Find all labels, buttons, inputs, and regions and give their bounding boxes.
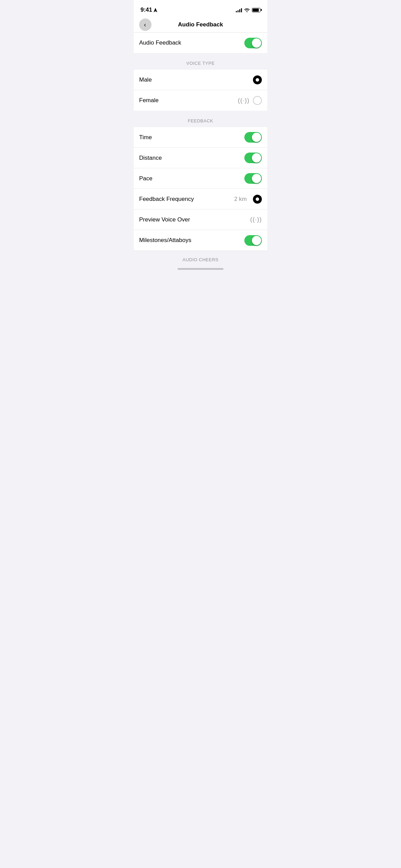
female-controls: ((·)) <box>238 96 262 105</box>
voice-type-section: Male Female ((·)) <box>134 70 267 111</box>
pace-row: Pace <box>134 168 267 189</box>
female-label: Female <box>139 97 159 104</box>
feedback-header-text: FEEDBACK <box>188 118 213 123</box>
distance-toggle[interactable] <box>244 153 262 163</box>
wifi-icon <box>244 8 250 12</box>
toggle-thumb <box>252 236 261 245</box>
signal-icon <box>236 8 242 12</box>
time-toggle[interactable] <box>244 132 262 143</box>
audio-feedback-section: Audio Feedback <box>134 33 267 53</box>
status-icons <box>236 8 260 12</box>
milestones-label: Milestones/Attaboys <box>139 237 191 244</box>
back-button[interactable]: ‹ <box>139 19 151 31</box>
battery-icon <box>252 8 260 12</box>
frequency-value: 2 km <box>234 196 247 203</box>
audio-cheers-section: AUDIO CHEERS <box>134 251 267 265</box>
distance-row: Distance <box>134 148 267 168</box>
toggle-thumb <box>252 38 261 48</box>
time-row: Time <box>134 127 267 148</box>
home-bar <box>178 268 223 270</box>
female-row[interactable]: Female ((·)) <box>134 90 267 111</box>
milestones-toggle[interactable] <box>244 235 262 246</box>
distance-label: Distance <box>139 155 162 161</box>
feedback-frequency-label: Feedback Frequency <box>139 196 194 203</box>
feedback-header: FEEDBACK <box>134 111 267 127</box>
nav-title: Audio Feedback <box>178 21 223 28</box>
male-label: Male <box>139 76 152 83</box>
pace-toggle[interactable] <box>244 173 262 184</box>
voice-type-header-text: VOICE TYPE <box>186 61 215 66</box>
back-chevron-icon: ‹ <box>144 22 146 28</box>
male-row[interactable]: Male <box>134 70 267 90</box>
female-sound-wave-icon[interactable]: ((·)) <box>238 97 250 104</box>
time-label: Time <box>139 134 152 141</box>
preview-voice-row[interactable]: Preview Voice Over ((·)) <box>134 209 267 230</box>
preview-sound-wave-icon[interactable]: ((·)) <box>250 216 262 223</box>
toggle-thumb <box>252 153 261 162</box>
voice-type-header: VOICE TYPE <box>134 53 267 70</box>
nav-bar: ‹ Audio Feedback <box>134 17 267 33</box>
male-radio[interactable] <box>253 75 262 84</box>
milestones-row: Milestones/Attaboys <box>134 230 267 251</box>
audio-feedback-label: Audio Feedback <box>139 39 181 46</box>
audio-feedback-toggle[interactable] <box>244 38 262 48</box>
preview-voice-label: Preview Voice Over <box>139 216 190 223</box>
status-bar: 9:41 <box>134 0 267 17</box>
feedback-section: Time Distance Pace <box>134 127 267 251</box>
location-arrow-icon <box>154 8 157 12</box>
audio-cheers-text: AUDIO CHEERS <box>183 257 219 262</box>
status-time: 9:41 <box>141 7 157 13</box>
toggle-thumb <box>252 174 261 183</box>
feedback-frequency-row[interactable]: Feedback Frequency 2 km <box>134 189 267 209</box>
content: Audio Feedback VOICE TYPE Male Female ((… <box>134 33 267 271</box>
female-radio[interactable] <box>253 96 262 105</box>
toggle-thumb <box>252 133 261 142</box>
audio-feedback-row: Audio Feedback <box>134 33 267 53</box>
frequency-controls: 2 km <box>234 195 262 204</box>
pace-label: Pace <box>139 175 153 182</box>
frequency-radio[interactable] <box>253 195 262 204</box>
home-indicator <box>134 265 267 271</box>
